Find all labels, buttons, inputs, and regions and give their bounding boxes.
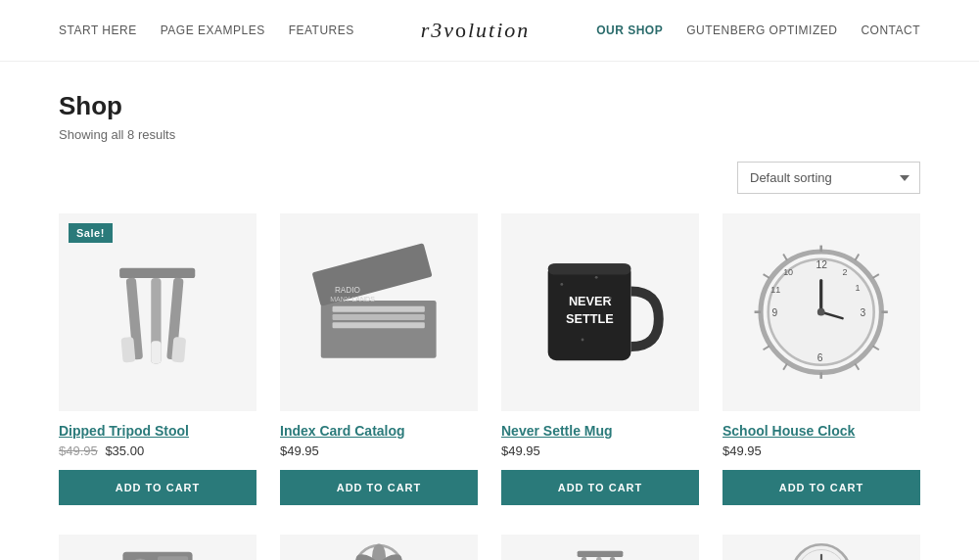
svg-line-27 <box>783 255 787 260</box>
product-name-school-house-clock[interactable]: School House Clock <box>723 423 920 439</box>
nav-right: OUR SHOP GUTENBERG OPTIMIZED CONTACT <box>596 23 920 37</box>
svg-text:3: 3 <box>861 307 866 318</box>
sort-toolbar: Default sorting Sort by popularity Sort … <box>0 152 979 213</box>
partial-image-stool2 <box>501 535 699 560</box>
price-old: $49.95 <box>59 443 98 458</box>
mug-illustration: NEVER SETTLE <box>531 243 669 381</box>
product-grid: Sale! Dipped Tripod Stool $49.95 $35.00 … <box>0 213 979 535</box>
add-to-cart-button-index-card-catalog[interactable]: ADD TO CART <box>280 470 478 505</box>
svg-text:12: 12 <box>816 259 828 270</box>
svg-rect-49 <box>158 556 188 560</box>
svg-text:6: 6 <box>817 352 823 363</box>
price-new: $49.95 <box>501 443 540 458</box>
price-new: $49.95 <box>280 443 319 458</box>
svg-line-28 <box>764 274 769 278</box>
sort-select[interactable]: Default sorting Sort by popularity Sort … <box>737 162 920 194</box>
svg-rect-6 <box>171 337 186 363</box>
product-price-school-house-clock: $49.95 <box>723 443 920 458</box>
product-image-index-card-catalog: RADIO MANY LANDS <box>280 213 478 411</box>
stool2-illustration <box>561 539 639 560</box>
product-image-dipped-tripod-stool: Sale! <box>59 213 256 411</box>
add-to-cart-button-never-settle-mug[interactable]: ADD TO CART <box>501 470 699 505</box>
svg-point-46 <box>817 308 825 316</box>
product-card-school-house-clock: 12 3 6 9 2 1 10 11 School House Clock $4… <box>723 213 920 505</box>
product-price-index-card-catalog: $49.95 <box>280 443 478 458</box>
svg-text:2: 2 <box>843 268 848 278</box>
clock-illustration: 12 3 6 9 2 1 10 11 <box>752 243 890 381</box>
nav-page-examples[interactable]: PAGE EXAMPLES <box>161 23 265 37</box>
nav-gutenberg[interactable]: GUTENBERG OPTIMIZED <box>686 23 837 37</box>
svg-text:9: 9 <box>772 307 778 318</box>
nav-our-shop[interactable]: OUR SHOP <box>596 23 663 37</box>
svg-line-33 <box>873 347 879 350</box>
svg-line-31 <box>856 255 860 260</box>
svg-text:RADIO: RADIO <box>335 286 361 295</box>
svg-text:11: 11 <box>771 286 781 296</box>
svg-line-34 <box>856 364 860 370</box>
product-card-index-card-catalog: RADIO MANY LANDS Index Card Catalog $49.… <box>280 213 478 505</box>
product-price-dipped-tripod-stool: $49.95 $35.00 <box>59 443 256 458</box>
add-to-cart-button-dipped-tripod-stool[interactable]: ADD TO CART <box>59 470 256 505</box>
radio-illustration <box>118 539 197 560</box>
partial-product-radio <box>59 535 256 560</box>
product-name-index-card-catalog[interactable]: Index Card Catalog <box>280 423 478 439</box>
svg-rect-5 <box>152 342 162 364</box>
svg-line-30 <box>783 364 787 370</box>
stool-illustration <box>88 243 226 381</box>
svg-line-29 <box>764 347 769 350</box>
partial-product-stool2 <box>501 535 699 560</box>
svg-rect-10 <box>333 314 425 320</box>
svg-rect-61 <box>578 551 624 557</box>
svg-text:MANY LANDS: MANY LANDS <box>331 296 376 303</box>
svg-text:NEVER: NEVER <box>569 294 612 308</box>
product-price-never-settle-mug: $49.95 <box>501 443 699 458</box>
product-card-dipped-tripod-stool: Sale! Dipped Tripod Stool $49.95 $35.00 … <box>59 213 256 505</box>
svg-point-19 <box>582 339 584 342</box>
page-header: Shop Showing all 8 results <box>0 62 979 152</box>
svg-rect-9 <box>333 306 425 312</box>
partial-image-clock2 <box>723 535 920 560</box>
nav-start-here[interactable]: START HERE <box>59 23 137 37</box>
svg-text:1: 1 <box>856 283 861 293</box>
main-nav: START HERE PAGE EXAMPLES FEATURES r3volu… <box>0 0 979 62</box>
svg-rect-11 <box>333 323 425 329</box>
site-logo: r3volution <box>421 18 531 43</box>
nav-left: START HERE PAGE EXAMPLES FEATURES <box>59 23 354 37</box>
partial-image-fan <box>280 535 478 560</box>
price-new: $49.95 <box>723 443 762 458</box>
svg-point-18 <box>561 283 564 286</box>
product-image-never-settle-mug: NEVER SETTLE <box>501 213 699 411</box>
partial-image-radio <box>59 535 256 560</box>
page-title: Shop <box>59 91 920 121</box>
partial-product-clock2 <box>723 535 920 560</box>
add-to-cart-button-school-house-clock[interactable]: ADD TO CART <box>723 470 920 505</box>
svg-line-32 <box>873 274 879 278</box>
clock2-illustration <box>782 539 861 560</box>
price-new: $35.00 <box>105 443 144 458</box>
svg-rect-15 <box>548 264 631 275</box>
svg-point-20 <box>609 297 612 300</box>
product-image-school-house-clock: 12 3 6 9 2 1 10 11 <box>723 213 920 411</box>
svg-point-21 <box>595 276 598 279</box>
results-count: Showing all 8 results <box>59 127 920 142</box>
partial-product-fan <box>280 535 478 560</box>
product-card-never-settle-mug: NEVER SETTLE Never Settle Mug $49.95 ADD… <box>501 213 699 505</box>
box-illustration: RADIO MANY LANDS <box>309 243 447 381</box>
product-name-never-settle-mug[interactable]: Never Settle Mug <box>501 423 699 439</box>
svg-rect-0 <box>119 268 195 278</box>
product-name-dipped-tripod-stool[interactable]: Dipped Tripod Stool <box>59 423 256 439</box>
partial-product-row <box>0 535 979 560</box>
sale-badge: Sale! <box>69 223 113 243</box>
svg-text:SETTLE: SETTLE <box>566 311 614 326</box>
fan-illustration <box>340 539 418 560</box>
svg-text:10: 10 <box>783 268 793 278</box>
nav-features[interactable]: FEATURES <box>289 23 354 37</box>
svg-rect-4 <box>121 337 136 363</box>
nav-contact[interactable]: CONTACT <box>861 23 920 37</box>
